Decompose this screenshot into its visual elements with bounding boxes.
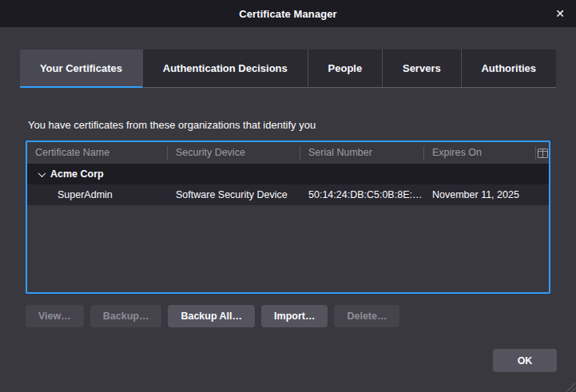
cell-serial-number: 50:14:24:DB:C5:0B:8E:… [300, 189, 424, 200]
tab-label: Authentication Decisions [163, 62, 288, 74]
backup-button[interactable]: Backup… [90, 305, 162, 327]
table-empty-area[interactable] [27, 205, 549, 292]
view-button[interactable]: View… [26, 305, 84, 327]
table-header-row: Certificate Name Security Device Serial … [27, 142, 549, 164]
group-name: Acme Corp [50, 168, 104, 180]
column-picker-icon [538, 148, 548, 158]
table-row-superadmin[interactable]: SuperAdmin Software Security Device 50:1… [27, 184, 549, 205]
tab-bar: Your Certificates Authentication Decisio… [20, 49, 556, 88]
chevron-down-icon [38, 169, 46, 177]
tab-authentication-decisions[interactable]: Authentication Decisions [142, 49, 308, 87]
backup-all-button[interactable]: Backup All… [168, 305, 255, 327]
column-header-expires-on[interactable]: Expires On [424, 146, 536, 160]
column-header-security-device[interactable]: Security Device [168, 146, 300, 160]
cell-certificate-name: SuperAdmin [27, 189, 168, 200]
certificate-table: Certificate Name Security Device Serial … [26, 141, 550, 294]
tab-people[interactable]: People [308, 49, 382, 87]
cell-expires-on: November 11, 2025 [424, 189, 536, 200]
tab-authorities[interactable]: Authorities [461, 49, 556, 87]
table-group-row-acme-corp[interactable]: Acme Corp [27, 164, 549, 184]
delete-button[interactable]: Delete… [334, 305, 399, 327]
tab-label: People [328, 62, 363, 74]
window-titlebar: Certificate Manager ✕ [0, 0, 576, 27]
ok-button[interactable]: OK [493, 349, 557, 372]
tab-servers[interactable]: Servers [382, 49, 461, 87]
certificates-description: You have certificates from these organiz… [28, 119, 548, 131]
tab-label: Authorities [481, 62, 536, 74]
tab-label: Your Certificates [40, 62, 122, 74]
cell-security-device: Software Security Device [168, 189, 300, 200]
window-title: Certificate Manager [239, 8, 337, 20]
column-header-certificate-name[interactable]: Certificate Name [27, 146, 168, 160]
action-button-row: View… Backup… Backup All… Import… Delete… [26, 305, 550, 327]
import-button[interactable]: Import… [261, 305, 328, 327]
close-icon[interactable]: ✕ [554, 0, 566, 27]
expander-toggle[interactable] [35, 172, 48, 177]
column-picker-button[interactable] [536, 142, 549, 164]
column-header-serial-number[interactable]: Serial Number [300, 146, 424, 160]
tab-label: Servers [403, 62, 441, 74]
tab-your-certificates[interactable]: Your Certificates [20, 49, 142, 87]
resize-handle[interactable] [565, 381, 575, 391]
